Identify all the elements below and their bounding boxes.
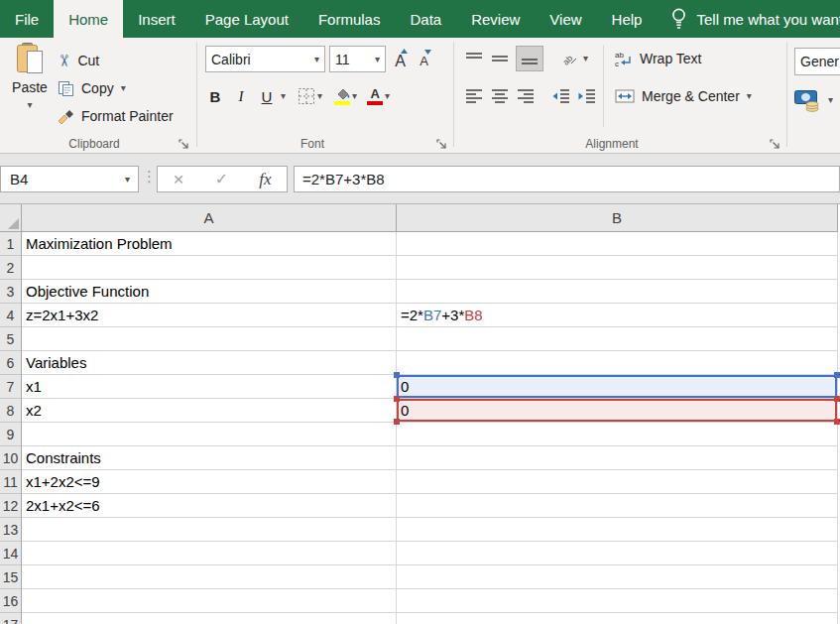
font-size-dropdown-arrow[interactable]: ▾ xyxy=(375,55,380,64)
italic-button[interactable]: I xyxy=(229,84,253,108)
row-header-10[interactable]: 10 xyxy=(0,446,22,470)
cell-B16[interactable] xyxy=(397,589,838,613)
tell-me-search[interactable]: Tell me what you want t xyxy=(657,0,840,38)
cell-B15[interactable] xyxy=(397,565,838,589)
cell-A7[interactable]: x1 xyxy=(22,375,397,399)
underline-dropdown-arrow[interactable]: ▾ xyxy=(281,91,286,101)
cut-button[interactable]: ✂ Cut xyxy=(58,48,99,73)
cell-B12[interactable] xyxy=(397,494,838,518)
clipboard-dialog-launcher-icon[interactable] xyxy=(177,137,190,151)
cell-B3[interactable] xyxy=(397,280,838,304)
underline-button[interactable]: U xyxy=(255,84,279,108)
row-header-1[interactable]: 1 xyxy=(0,232,22,256)
align-center-button[interactable] xyxy=(490,83,510,109)
merge-center-dropdown-arrow[interactable]: ▾ xyxy=(747,91,752,101)
cell-B7[interactable]: 0 xyxy=(397,375,838,399)
row-header-14[interactable]: 14 xyxy=(0,542,22,565)
top-align-button[interactable] xyxy=(464,46,484,71)
font-color-dropdown-arrow[interactable]: ▾ xyxy=(385,91,390,101)
bold-button[interactable]: B xyxy=(203,84,227,108)
select-all-button[interactable] xyxy=(0,204,22,232)
cell-A14[interactable] xyxy=(22,542,397,565)
cell-A12[interactable]: 2x1+x2<=6 xyxy=(22,494,397,518)
font-color-button[interactable]: A xyxy=(367,87,383,105)
paste-button[interactable]: Paste ▾ xyxy=(6,42,54,135)
row-header-4[interactable]: 4 xyxy=(0,304,22,327)
cell-B8[interactable]: 0 xyxy=(397,399,838,423)
cell-A5[interactable] xyxy=(22,327,397,351)
cell-A4[interactable]: z=2x1+3x2 xyxy=(22,304,397,327)
paste-dropdown-arrow[interactable]: ▾ xyxy=(27,100,32,110)
cell-A10[interactable]: Constraints xyxy=(22,446,397,470)
row-header-15[interactable]: 15 xyxy=(0,565,22,589)
cell-B4[interactable]: =2*B7+3*B8 xyxy=(397,304,838,327)
formula-bar-grip[interactable]: ⋮ xyxy=(142,168,157,186)
cell-B6[interactable] xyxy=(397,351,838,375)
column-header-b[interactable]: B xyxy=(397,204,838,232)
cell-B10[interactable] xyxy=(397,446,838,470)
tab-review[interactable]: Review xyxy=(456,0,535,38)
font-name-combo[interactable]: Calibri ▾ xyxy=(205,46,325,72)
range-handle-icon[interactable] xyxy=(394,396,400,402)
range-handle-icon[interactable] xyxy=(834,372,840,378)
cell-A11[interactable]: x1+2x2<=9 xyxy=(22,470,397,494)
cell-B5[interactable] xyxy=(397,327,838,351)
range-handle-icon[interactable] xyxy=(834,396,840,402)
format-painter-button[interactable]: Format Painter xyxy=(58,103,174,129)
font-size-combo[interactable]: 11 ▾ xyxy=(329,46,386,72)
cell-B9[interactable] xyxy=(397,423,838,446)
wrap-text-button[interactable]: ab c Wrap Text xyxy=(615,46,702,71)
cell-A16[interactable] xyxy=(22,589,397,613)
tab-home[interactable]: Home xyxy=(54,0,123,38)
decrease-indent-button[interactable] xyxy=(551,83,571,109)
range-handle-icon[interactable] xyxy=(394,372,400,378)
cell-A6[interactable]: Variables xyxy=(22,351,397,375)
bottom-align-button[interactable] xyxy=(516,46,543,71)
name-box[interactable]: B4 ▾ xyxy=(0,166,139,192)
tab-page-layout[interactable]: Page Layout xyxy=(190,0,303,38)
formula-input[interactable]: =2*B7+3*B8 xyxy=(294,166,840,192)
cell-A3[interactable]: Objective Function xyxy=(22,280,397,304)
row-header-16[interactable]: 16 xyxy=(0,589,22,613)
row-header-11[interactable]: 11 xyxy=(0,470,22,494)
cell-B13[interactable] xyxy=(397,518,838,542)
insert-function-icon[interactable]: fx xyxy=(259,170,271,189)
font-dialog-launcher-icon[interactable] xyxy=(434,137,448,151)
row-header-3[interactable]: 3 xyxy=(0,280,22,304)
range-handle-icon[interactable] xyxy=(394,419,400,425)
copy-button[interactable]: Copy ▾ xyxy=(58,75,126,101)
row-header-2[interactable]: 2 xyxy=(0,256,22,280)
align-left-button[interactable] xyxy=(464,83,484,109)
align-right-button[interactable] xyxy=(516,83,536,109)
cell-A17[interactable] xyxy=(22,613,397,624)
row-header-7[interactable]: 7 xyxy=(0,375,22,399)
cell-B17[interactable] xyxy=(397,613,838,624)
tab-view[interactable]: View xyxy=(535,0,596,38)
cell-A1[interactable]: Maximization Problem xyxy=(22,232,397,256)
row-header-13[interactable]: 13 xyxy=(0,518,22,542)
cell-A15[interactable] xyxy=(22,565,397,589)
borders-button[interactable] xyxy=(298,83,315,109)
borders-dropdown-arrow[interactable]: ▾ xyxy=(317,91,322,101)
tab-insert[interactable]: Insert xyxy=(123,0,190,38)
cancel-icon[interactable]: × xyxy=(174,169,184,190)
cell-A9[interactable] xyxy=(22,423,397,446)
name-box-dropdown-arrow[interactable]: ▾ xyxy=(125,175,130,185)
tab-formulas[interactable]: Formulas xyxy=(303,0,396,38)
row-header-17[interactable]: 17 xyxy=(0,613,22,624)
grow-font-button[interactable]: A xyxy=(393,49,408,69)
cell-B11[interactable] xyxy=(397,470,838,494)
cell-B14[interactable] xyxy=(397,542,838,565)
tab-data[interactable]: Data xyxy=(395,0,456,38)
merge-center-button[interactable]: Merge & Center ▾ xyxy=(615,83,752,109)
middle-align-button[interactable] xyxy=(490,46,510,71)
shrink-font-button[interactable]: A xyxy=(417,50,431,67)
accounting-format-icon[interactable] xyxy=(794,88,821,112)
copy-dropdown-arrow[interactable]: ▾ xyxy=(121,83,126,93)
row-header-12[interactable]: 12 xyxy=(0,494,22,518)
cell-B2[interactable] xyxy=(397,256,838,280)
tab-help[interactable]: Help xyxy=(597,0,658,38)
alignment-dialog-launcher-icon[interactable] xyxy=(768,137,781,151)
number-format-combo[interactable]: Gener xyxy=(794,48,840,75)
fill-color-button[interactable] xyxy=(334,88,350,105)
